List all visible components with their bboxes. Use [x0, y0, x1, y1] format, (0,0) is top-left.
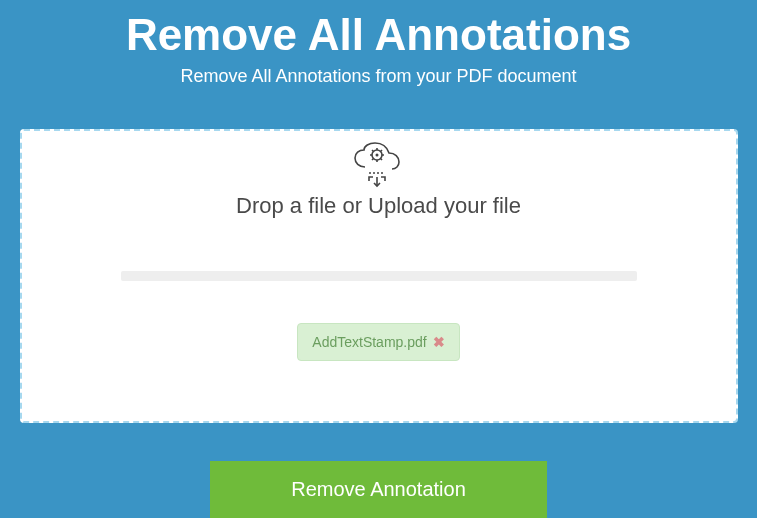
cloud-upload-gear-icon	[347, 141, 411, 189]
page-title: Remove All Annotations	[126, 10, 631, 60]
dropzone-instruction: Drop a file or Upload your file	[236, 193, 521, 219]
file-dropzone[interactable]: Drop a file or Upload your file AddTextS…	[20, 129, 738, 423]
remove-annotation-button[interactable]: Remove Annotation	[210, 461, 547, 518]
svg-line-6	[372, 150, 374, 152]
svg-line-7	[380, 159, 382, 161]
file-name-label: AddTextStamp.pdf	[312, 334, 426, 350]
upload-progress-bar	[121, 271, 637, 281]
page-subtitle: Remove All Annotations from your PDF doc…	[180, 66, 576, 87]
svg-line-9	[380, 150, 382, 152]
svg-point-1	[375, 154, 378, 157]
page-container: Remove All Annotations Remove All Annota…	[0, 0, 757, 518]
svg-line-8	[372, 159, 374, 161]
uploaded-file-pill: AddTextStamp.pdf ✖	[297, 323, 459, 361]
remove-file-icon[interactable]: ✖	[433, 334, 445, 350]
